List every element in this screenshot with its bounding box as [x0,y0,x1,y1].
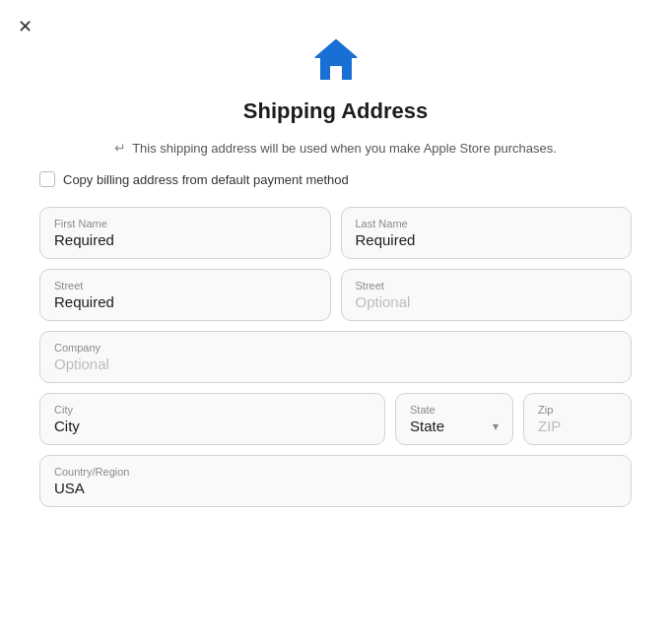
street-row: Street Required Street Optional [39,269,632,321]
form-container: First Name Required Last Name Required S… [39,207,632,507]
last-name-label: Last Name [356,218,618,229]
state-label: State [410,404,499,416]
house-icon [310,33,362,89]
shipping-address-modal: ✕ Shipping Address ↵ This shipping addre… [0,0,671,644]
city-label: City [54,404,370,416]
first-name-field[interactable]: First Name Required [39,207,331,259]
return-icon: ↵ [114,140,126,156]
first-name-label: First Name [54,218,316,229]
company-row: Company Optional [39,331,632,383]
country-field[interactable]: Country/Region USA [39,455,632,507]
street2-field[interactable]: Street Optional [341,269,633,321]
zip-label: Zip [538,404,617,416]
city-value: City [54,418,370,434]
city-field[interactable]: City City [39,393,385,445]
copy-billing-label: Copy billing address from default paymen… [63,172,349,187]
street2-label: Street [356,280,618,291]
city-state-zip-row: City City State State ▾ Zip ZIP [39,393,632,445]
company-field[interactable]: Company Optional [39,331,632,383]
street2-value: Optional [356,293,618,310]
zip-field[interactable]: Zip ZIP [523,393,632,445]
zip-value: ZIP [538,418,617,434]
country-label: Country/Region [54,466,617,478]
subtitle-text: ↵ This shipping address will be used whe… [114,140,557,156]
state-value: State [410,418,444,434]
subtitle-description: This shipping address will be used when … [132,141,557,156]
country-value: USA [54,480,617,496]
close-button[interactable]: ✕ [18,18,33,35]
page-title: Shipping Address [243,98,428,124]
last-name-field[interactable]: Last Name Required [341,207,633,259]
last-name-value: Required [356,231,618,248]
street1-value: Required [54,293,316,310]
copy-billing-checkbox[interactable] [39,171,55,187]
svg-rect-2 [330,66,342,80]
name-row: First Name Required Last Name Required [39,207,632,259]
street1-field[interactable]: Street Required [39,269,331,321]
state-field[interactable]: State State ▾ [395,393,513,445]
copy-billing-row: Copy billing address from default paymen… [39,171,349,187]
company-label: Company [54,342,617,354]
country-row: Country/Region USA [39,455,632,507]
chevron-down-icon: ▾ [493,419,499,433]
company-value: Optional [54,355,617,372]
street1-label: Street [54,280,316,291]
first-name-value: Required [54,231,316,248]
